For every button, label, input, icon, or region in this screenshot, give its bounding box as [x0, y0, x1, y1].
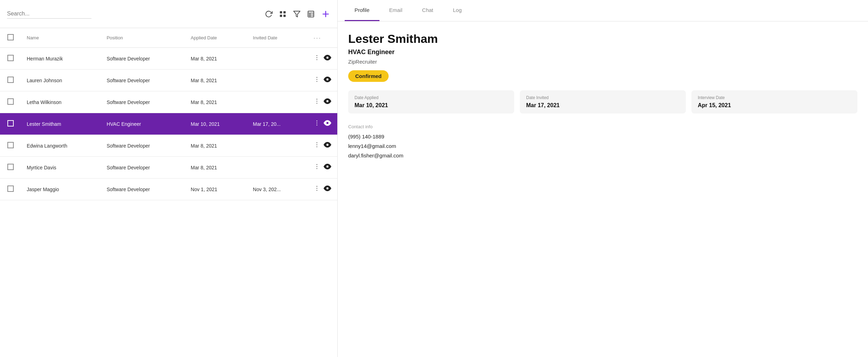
table-row[interactable]: Lauren Johnson Software Developer Mar 8,… — [0, 70, 337, 91]
row-name: Edwina Langworth — [21, 135, 101, 157]
svg-rect-5 — [308, 11, 314, 17]
more-options-icon[interactable] — [313, 54, 320, 63]
tab-email[interactable]: Email — [379, 0, 413, 21]
row-invited: Nov 3, 202... — [247, 178, 308, 200]
header-applied-date: Applied Date — [185, 28, 247, 48]
toolbar — [0, 0, 337, 28]
grid-icon[interactable] — [279, 10, 287, 18]
more-options-icon[interactable] — [313, 163, 320, 172]
svg-point-17 — [317, 81, 318, 82]
svg-point-14 — [326, 57, 328, 59]
row-position: Software Developer — [101, 91, 185, 113]
action-icons — [313, 184, 332, 194]
right-panel: Profile Email Chat Log Lester Smitham HV… — [338, 0, 868, 357]
row-invited: Mar 17, 20... — [247, 113, 308, 135]
view-icon[interactable] — [323, 141, 332, 151]
tabs: Profile Email Chat Log — [338, 0, 868, 21]
candidate-position: HVAC Engineer — [348, 48, 857, 56]
table-row[interactable]: Lester Smitham HVAC Engineer Mar 10, 202… — [0, 113, 337, 135]
action-icons — [313, 97, 332, 107]
row-name: Myrtice Davis — [21, 157, 101, 178]
svg-point-24 — [317, 123, 318, 124]
svg-point-37 — [317, 190, 318, 191]
date-invited-value: Mar 17, 2021 — [526, 102, 679, 109]
tab-chat[interactable]: Chat — [412, 0, 443, 21]
view-icon[interactable] — [323, 162, 332, 173]
add-button[interactable] — [321, 9, 330, 19]
header-position: Position — [101, 28, 185, 48]
more-options-icon[interactable] — [313, 98, 320, 106]
row-checkbox[interactable] — [7, 120, 14, 126]
row-checkbox[interactable] — [7, 55, 14, 61]
candidates-table: Name Position Applied Date Invited Date … — [0, 28, 337, 200]
svg-point-31 — [317, 164, 318, 165]
toolbar-icons — [265, 9, 330, 19]
row-actions — [308, 135, 337, 157]
row-checkbox[interactable] — [7, 77, 14, 83]
row-actions — [308, 70, 337, 91]
svg-point-19 — [317, 99, 318, 100]
row-checkbox-cell — [0, 70, 21, 91]
row-position: Software Developer — [101, 157, 185, 178]
row-name: Lauren Johnson — [21, 70, 101, 91]
row-checkbox[interactable] — [7, 186, 14, 192]
more-options-icon[interactable] — [313, 76, 320, 85]
row-checkbox-cell — [0, 48, 21, 70]
row-checkbox[interactable] — [7, 98, 14, 105]
date-applied-value: Mar 10, 2021 — [355, 102, 508, 109]
left-panel: Name Position Applied Date Invited Date … — [0, 0, 338, 357]
view-icon[interactable] — [323, 119, 332, 129]
svg-point-26 — [326, 122, 328, 124]
date-interview-label: Interview Date — [698, 95, 851, 100]
table-row[interactable]: Herman Murazik Software Developer Mar 8,… — [0, 48, 337, 70]
svg-point-36 — [317, 188, 318, 189]
view-icon[interactable] — [323, 75, 332, 85]
view-icon[interactable] — [323, 184, 332, 194]
tab-log[interactable]: Log — [443, 0, 472, 21]
row-actions — [308, 113, 337, 135]
table-row[interactable]: Letha Wilkinson Software Developer Mar 8… — [0, 91, 337, 113]
row-invited — [247, 70, 308, 91]
select-all-checkbox[interactable] — [7, 34, 14, 40]
svg-point-23 — [317, 121, 318, 122]
row-applied: Mar 8, 2021 — [185, 48, 247, 70]
view-icon[interactable] — [323, 53, 332, 64]
tab-profile[interactable]: Profile — [345, 0, 379, 21]
candidate-name: Lester Smitham — [348, 32, 857, 46]
more-options-icon[interactable] — [313, 185, 320, 194]
row-checkbox[interactable] — [7, 164, 14, 170]
table-row[interactable]: Myrtice Davis Software Developer Mar 8, … — [0, 157, 337, 178]
row-position: Software Developer — [101, 178, 185, 200]
date-interview-card: Interview Date Apr 15, 2021 — [691, 90, 857, 113]
more-options-icon[interactable] — [313, 119, 320, 128]
svg-rect-1 — [283, 11, 286, 13]
contact-section: Contact info (995) 140-1889 lenny14@gmai… — [348, 124, 857, 158]
table-icon[interactable] — [307, 10, 315, 18]
date-applied-label: Date Applied — [355, 95, 508, 100]
svg-point-25 — [317, 125, 318, 126]
refresh-icon[interactable] — [265, 10, 273, 18]
svg-point-33 — [317, 168, 318, 169]
svg-point-22 — [326, 100, 328, 102]
svg-rect-0 — [280, 11, 282, 13]
filter-icon[interactable] — [293, 10, 301, 18]
svg-point-15 — [317, 77, 318, 78]
date-invited-label: Date Invited — [526, 95, 679, 100]
more-options-icon[interactable] — [313, 141, 320, 150]
svg-point-30 — [326, 144, 328, 146]
table-row[interactable]: Jasper Maggio Software Developer Nov 1, … — [0, 178, 337, 200]
svg-point-21 — [317, 103, 318, 104]
status-badge: Confirmed — [348, 70, 389, 82]
row-checkbox[interactable] — [7, 142, 14, 148]
row-applied: Mar 8, 2021 — [185, 135, 247, 157]
view-icon[interactable] — [323, 97, 332, 107]
row-actions — [308, 178, 337, 200]
profile-content: Lester Smitham HVAC Engineer ZipRecruite… — [338, 21, 868, 173]
row-applied: Mar 8, 2021 — [185, 91, 247, 113]
table-row[interactable]: Edwina Langworth Software Developer Mar … — [0, 135, 337, 157]
row-position: Software Developer — [101, 70, 185, 91]
svg-point-32 — [317, 166, 318, 167]
search-input[interactable] — [7, 9, 91, 19]
contact-email2: daryl.fisher@gmail.com — [348, 152, 857, 158]
date-invited-card: Date Invited Mar 17, 2021 — [520, 90, 686, 113]
